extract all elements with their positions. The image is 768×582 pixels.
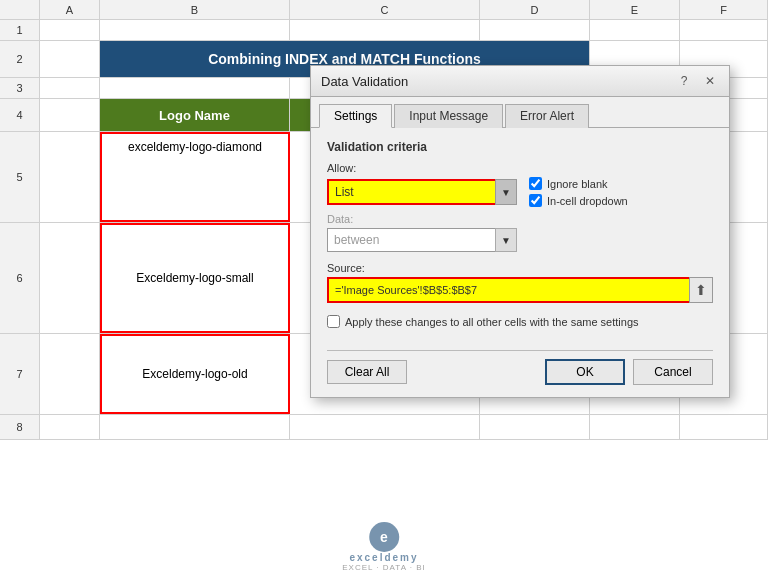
cell-e1[interactable] [590, 20, 680, 40]
tab-settings-label: Settings [334, 109, 377, 123]
row-number: 5 [0, 132, 40, 222]
clear-all-button[interactable]: Clear All [327, 360, 407, 384]
help-button[interactable]: ? [675, 72, 693, 90]
ignore-blank-checkbox[interactable]: Ignore blank [529, 177, 628, 190]
dialog-content: Validation criteria Allow: List ▼ Ignore… [311, 128, 729, 340]
tab-input-message-label: Input Message [409, 109, 488, 123]
dialog-footer: Clear All OK Cancel [311, 351, 729, 397]
footer-right-buttons: OK Cancel [545, 359, 713, 385]
cell-a6[interactable] [40, 223, 100, 333]
cell-b3[interactable] [100, 78, 290, 98]
source-collapse-button[interactable]: ⬆ [689, 277, 713, 303]
cell-b8[interactable] [100, 415, 290, 439]
data-dropdown-wrapper: between ▼ [327, 228, 517, 252]
row-number: 3 [0, 78, 40, 98]
ok-label: OK [576, 365, 593, 379]
tab-settings[interactable]: Settings [319, 104, 392, 128]
watermark: e exceldemy EXCEL · DATA · BI [342, 522, 426, 572]
tab-input-message[interactable]: Input Message [394, 104, 503, 128]
logo-name-3: Exceldemy-logo-old [142, 367, 247, 381]
corner-cell [0, 0, 40, 19]
cell-d1[interactable] [480, 20, 590, 40]
cell-f1[interactable] [680, 20, 768, 40]
validation-criteria-label: Validation criteria [327, 140, 713, 154]
ok-button[interactable]: OK [545, 359, 625, 385]
allow-label: Allow: [327, 162, 713, 174]
close-button[interactable]: ✕ [701, 72, 719, 90]
ignore-blank-input[interactable] [529, 177, 542, 190]
cell-b6[interactable]: Exceldemy-logo-small [100, 223, 290, 333]
cell-a3[interactable] [40, 78, 100, 98]
dialog-tabs: Settings Input Message Error Alert [311, 97, 729, 128]
allow-dropdown[interactable]: List [327, 179, 517, 205]
cell-a1[interactable] [40, 20, 100, 40]
cell-a5[interactable] [40, 132, 100, 222]
row-number: 6 [0, 223, 40, 333]
table-row: 8 [0, 415, 768, 440]
clear-all-label: Clear All [345, 365, 390, 379]
watermark-text1: exceldemy [349, 552, 418, 563]
row-number: 2 [0, 41, 40, 77]
apply-label: Apply these changes to all other cells w… [345, 316, 639, 328]
dialog-titlebar: Data Validation ? ✕ [311, 66, 729, 97]
cell-a2[interactable] [40, 41, 100, 77]
data-label: Data: [327, 213, 713, 225]
allow-dropdown-wrapper: List ▼ [327, 179, 517, 205]
col-header-d: D [480, 0, 590, 19]
cancel-button[interactable]: Cancel [633, 359, 713, 385]
row-number: 4 [0, 99, 40, 131]
cell-f8[interactable] [680, 415, 768, 439]
table-row: 1 [0, 20, 768, 41]
cell-b1[interactable] [100, 20, 290, 40]
cell-b7[interactable]: Exceldemy-logo-old [100, 334, 290, 414]
watermark-text2: EXCEL · DATA · BI [342, 563, 426, 572]
titlebar-controls: ? ✕ [675, 72, 719, 90]
row-number: 1 [0, 20, 40, 40]
col-header-c: C [290, 0, 480, 19]
tab-error-alert[interactable]: Error Alert [505, 104, 589, 128]
tab-error-alert-label: Error Alert [520, 109, 574, 123]
source-input[interactable] [327, 277, 713, 303]
header-logo-name-text: Logo Name [159, 108, 230, 123]
cell-e8[interactable] [590, 415, 680, 439]
cell-c8[interactable] [290, 415, 480, 439]
logo-name-1: exceldemy-logo-diamond [128, 140, 262, 154]
in-cell-dropdown-input[interactable] [529, 194, 542, 207]
source-wrapper: ⬆ [327, 277, 713, 303]
watermark-icon: e [369, 522, 399, 552]
in-cell-dropdown-checkbox[interactable]: In-cell dropdown [529, 194, 628, 207]
row-number: 7 [0, 334, 40, 414]
col-header-f: F [680, 0, 768, 19]
col-header-e: E [590, 0, 680, 19]
col-header-b: B [100, 0, 290, 19]
in-cell-dropdown-label: In-cell dropdown [547, 195, 628, 207]
col-header-a: A [40, 0, 100, 19]
cell-a7[interactable] [40, 334, 100, 414]
cell-a4[interactable] [40, 99, 100, 131]
cell-b5[interactable]: exceldemy-logo-diamond [100, 132, 290, 222]
data-validation-dialog: Data Validation ? ✕ Settings Input Messa… [310, 65, 730, 398]
cell-d8[interactable] [480, 415, 590, 439]
ignore-blank-label: Ignore blank [547, 178, 608, 190]
dialog-title: Data Validation [321, 74, 408, 89]
data-dropdown[interactable]: between [327, 228, 517, 252]
checkbox-group: Ignore blank In-cell dropdown [529, 177, 628, 207]
allow-field-row: List ▼ Ignore blank In-cell dropdown [327, 177, 713, 207]
cancel-label: Cancel [654, 365, 691, 379]
apply-checkbox[interactable] [327, 315, 340, 328]
header-logo-name: Logo Name [100, 99, 290, 131]
column-headers: A B C D E F [0, 0, 768, 20]
source-label: Source: [327, 262, 713, 274]
row-number: 8 [0, 415, 40, 439]
logo-name-2: Exceldemy-logo-small [136, 271, 253, 285]
cell-c1[interactable] [290, 20, 480, 40]
apply-row: Apply these changes to all other cells w… [327, 315, 713, 328]
cell-a8[interactable] [40, 415, 100, 439]
